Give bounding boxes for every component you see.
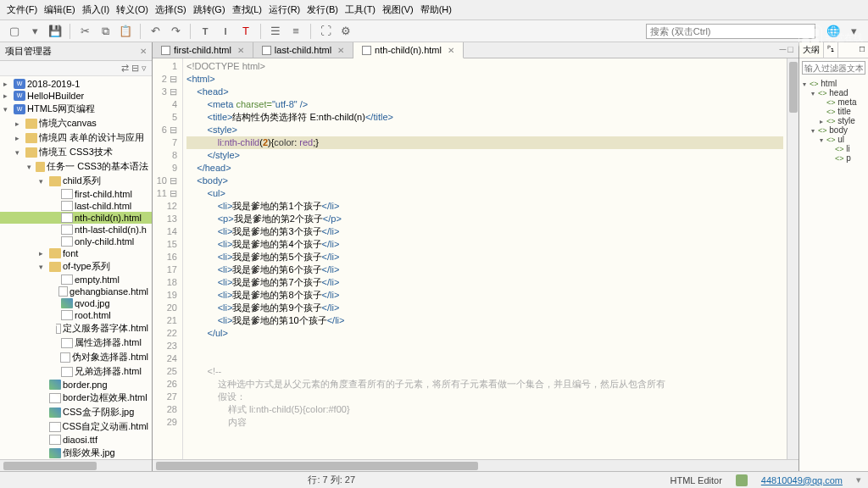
outline-node[interactable]: <> li bbox=[801, 144, 866, 153]
tree-node[interactable]: nth-last-child(n).h bbox=[0, 224, 152, 236]
outline-node[interactable]: ▸<> style bbox=[801, 116, 866, 125]
caret-icon[interactable]: ▸ bbox=[3, 92, 12, 100]
tree-node[interactable]: 伪对象选择器.html bbox=[0, 350, 152, 364]
close-icon[interactable]: ✕ bbox=[448, 46, 454, 55]
menu-item[interactable]: 帮助(H) bbox=[419, 3, 453, 17]
code-content[interactable]: <!DOCTYPE html><html> <head> <meta chars… bbox=[183, 58, 787, 459]
menu-item[interactable]: 选择(S) bbox=[153, 3, 188, 17]
code-editor[interactable]: 12 ⊟3 ⊟456 ⊟78910 ⊟11 ⊟12131415161718192… bbox=[153, 58, 798, 459]
open-icon[interactable]: ▾ bbox=[27, 24, 42, 39]
outline-node[interactable]: ▾<> body bbox=[801, 125, 866, 135]
scroll-thumb[interactable] bbox=[156, 462, 478, 470]
code-line[interactable]: <!-- bbox=[186, 365, 783, 378]
code-line[interactable]: <body> bbox=[186, 175, 783, 187]
menu-item[interactable]: 跳转(G) bbox=[192, 3, 227, 17]
code-line[interactable]: <head> bbox=[186, 86, 783, 98]
code-line[interactable]: </head> bbox=[186, 162, 783, 175]
tree-node[interactable]: ▸font bbox=[0, 247, 152, 259]
caret-icon[interactable]: ▸ bbox=[3, 80, 12, 88]
filter-input[interactable] bbox=[802, 61, 865, 75]
code-line[interactable]: <li>我是爹地的第3个孩子</li> bbox=[186, 225, 783, 238]
code-line[interactable]: 假设： bbox=[186, 391, 783, 403]
restore-icon[interactable]: □ bbox=[787, 44, 793, 56]
project-tree[interactable]: ▸W2018-2019-1▸WHelloHBuilder▾WHTML5网页编程▸… bbox=[0, 76, 152, 459]
user-account-link[interactable]: 44810049@qq.com bbox=[761, 475, 843, 485]
code-line[interactable]: li:nth-child(2){color: red;} bbox=[186, 136, 783, 149]
tree-node[interactable]: ▾child系列 bbox=[0, 174, 152, 188]
code-line[interactable]: <li>我是爹地的第4个孩子</li> bbox=[186, 238, 783, 251]
link-icon[interactable]: ⇄ bbox=[121, 63, 129, 74]
tree-node[interactable]: ▾情境五 CSS3技术 bbox=[0, 145, 152, 159]
user-avatar-icon[interactable] bbox=[736, 474, 748, 486]
tab-other[interactable]: ᴾ₁ bbox=[824, 42, 838, 58]
code-line[interactable]: </style> bbox=[186, 149, 783, 162]
tree-node[interactable]: diaosi.ttf bbox=[0, 434, 152, 446]
code-line[interactable]: <!DOCTYPE html> bbox=[186, 60, 783, 73]
outline-node[interactable]: <> meta bbox=[801, 97, 866, 107]
code-line[interactable]: <title>结构性伪类选择符 E:nth-child(n)</title> bbox=[186, 111, 783, 124]
tree-node[interactable]: first-child.html bbox=[0, 188, 152, 200]
code-line[interactable]: </ul> bbox=[186, 327, 783, 340]
tab-outline[interactable]: 大纲 bbox=[799, 42, 824, 58]
search-input[interactable] bbox=[646, 24, 815, 39]
code-line[interactable]: <li>我是爹地的第8个孩子</li> bbox=[186, 289, 783, 302]
code-line[interactable]: <li>我是爹地的第5个孩子</li> bbox=[186, 251, 783, 263]
paste-icon[interactable]: 📋 bbox=[118, 24, 133, 39]
outline-node[interactable]: ▾<> head bbox=[801, 88, 866, 97]
save-icon[interactable]: 💾 bbox=[47, 24, 63, 39]
undo-icon[interactable]: ↶ bbox=[147, 24, 163, 39]
tree-node[interactable]: CSS自定义动画.html bbox=[0, 419, 152, 434]
tree-node[interactable]: ▸W2018-2019-1 bbox=[0, 78, 152, 90]
caret-icon[interactable]: ▾ bbox=[3, 105, 12, 114]
menu-item[interactable]: 视图(V) bbox=[381, 3, 415, 17]
minimize-icon[interactable]: ─ bbox=[780, 44, 787, 56]
code-line[interactable]: <li>我是爹地的第1个孩子</li> bbox=[186, 200, 783, 213]
tree-node[interactable]: border边框效果.html bbox=[0, 391, 152, 405]
menu-item[interactable]: 运行(R) bbox=[267, 3, 302, 17]
code-line[interactable]: <li>我是爹地的第10个孩子</li> bbox=[186, 314, 783, 327]
tree-node[interactable]: ▸情境四 表单的设计与应用 bbox=[0, 130, 152, 145]
editor-tab[interactable]: last-child.html✕ bbox=[253, 42, 353, 58]
tree-node[interactable]: 定义服务器字体.html bbox=[0, 321, 152, 336]
close-icon[interactable]: ✕ bbox=[140, 47, 147, 56]
tree-node[interactable]: ▾of-type系列 bbox=[0, 259, 152, 274]
menu-item[interactable]: 转义(O) bbox=[114, 3, 150, 17]
code-line[interactable]: <style> bbox=[186, 124, 783, 136]
code-line[interactable] bbox=[186, 352, 783, 365]
project-explorer-tab[interactable]: 项目管理器 ✕ bbox=[0, 42, 152, 61]
font-bold-icon[interactable]: I bbox=[218, 24, 233, 39]
menu-icon[interactable]: ▿ bbox=[142, 63, 147, 74]
tree-node[interactable]: ▸WHelloHBuilder bbox=[0, 90, 152, 102]
tree-node[interactable]: 倒影效果.jpg bbox=[0, 446, 152, 459]
tree-node[interactable]: 兄弟选择器.html bbox=[0, 364, 152, 379]
fullscreen-icon[interactable]: ⛶ bbox=[318, 24, 333, 39]
tree-node[interactable]: ▸情境六canvas bbox=[0, 116, 152, 130]
editor-tab[interactable]: first-child.html✕ bbox=[153, 42, 253, 58]
redo-icon[interactable]: ↷ bbox=[168, 24, 183, 39]
caret-icon[interactable]: ▸ bbox=[15, 134, 24, 142]
scroll-thumb[interactable] bbox=[789, 62, 798, 113]
vscrollbar[interactable] bbox=[787, 58, 798, 459]
cut-icon[interactable]: ✂ bbox=[77, 24, 92, 39]
copy-icon[interactable]: ⧉ bbox=[97, 24, 113, 39]
code-line[interactable]: <ul> bbox=[186, 187, 783, 200]
code-line[interactable] bbox=[186, 340, 783, 352]
menu-item[interactable]: 查找(L) bbox=[231, 3, 264, 17]
menu-item[interactable]: 编辑(E) bbox=[42, 3, 77, 17]
outline-tree[interactable]: ▾<> html▾<> head<> meta<> title▸<> style… bbox=[799, 77, 868, 471]
code-line[interactable]: <li>我是爹地的第6个孩子</li> bbox=[186, 263, 783, 276]
hscrollbar[interactable] bbox=[0, 459, 152, 471]
tree-node[interactable]: nth-child(n).html bbox=[0, 212, 152, 224]
caret-icon[interactable]: ▾ bbox=[15, 148, 24, 157]
caret-icon[interactable]: ▾ bbox=[39, 177, 47, 186]
new-icon[interactable]: ▢ bbox=[7, 24, 22, 39]
outline-node[interactable]: <> title bbox=[801, 107, 866, 116]
close-icon[interactable]: ✕ bbox=[237, 46, 244, 55]
tree-node[interactable]: gehangbianse.html bbox=[0, 286, 152, 297]
caret-icon[interactable]: ▸ bbox=[39, 249, 47, 258]
editor-tab[interactable]: nth-child(n).html✕ bbox=[353, 42, 464, 58]
code-line[interactable]: <li>我是爹地的第7个孩子</li> bbox=[186, 276, 783, 289]
menu-item[interactable]: 工具(T) bbox=[343, 3, 377, 17]
tree-node[interactable]: root.html bbox=[0, 309, 152, 321]
caret-icon[interactable]: ▾ bbox=[39, 263, 47, 271]
